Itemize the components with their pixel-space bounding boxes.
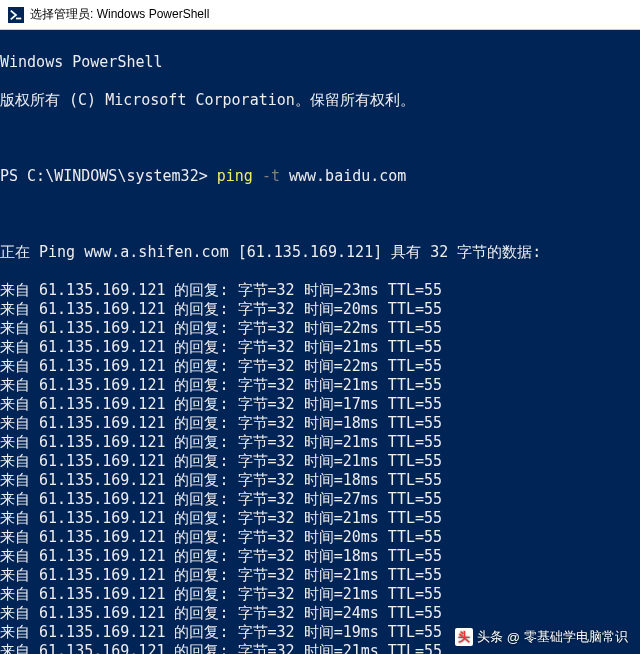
ping-reply-line: 来自 61.135.169.121 的回复: 字节=32 时间=18ms TTL… — [0, 414, 640, 433]
watermark-name: 零基础学电脑常识 — [524, 628, 628, 646]
ping-reply-line: 来自 61.135.169.121 的回复: 字节=32 时间=22ms TTL… — [0, 319, 640, 338]
prompt-line: PS C:\WINDOWS\system32> ping -t www.baid… — [0, 167, 640, 186]
watermark-at: @ — [507, 630, 520, 645]
command-name: ping — [217, 167, 262, 185]
ping-reply-line: 来自 61.135.169.121 的回复: 字节=32 时间=21ms TTL… — [0, 433, 640, 452]
command-target: www.baidu.com — [289, 167, 406, 185]
ping-replies: 来自 61.135.169.121 的回复: 字节=32 时间=23ms TTL… — [0, 281, 640, 654]
blank-line — [0, 205, 640, 224]
ping-reply-line: 来自 61.135.169.121 的回复: 字节=32 时间=21ms TTL… — [0, 509, 640, 528]
ping-reply-line: 来自 61.135.169.121 的回复: 字节=32 时间=18ms TTL… — [0, 471, 640, 490]
ping-reply-line: 来自 61.135.169.121 的回复: 字节=32 时间=20ms TTL… — [0, 528, 640, 547]
window-titlebar[interactable]: 选择管理员: Windows PowerShell — [0, 0, 640, 30]
ping-reply-line: 来自 61.135.169.121 的回复: 字节=32 时间=22ms TTL… — [0, 357, 640, 376]
blank-line — [0, 129, 640, 148]
ping-reply-line: 来自 61.135.169.121 的回复: 字节=32 时间=17ms TTL… — [0, 395, 640, 414]
watermark-prefix: 头条 — [477, 628, 503, 646]
ping-reply-line: 来自 61.135.169.121 的回复: 字节=32 时间=21ms TTL… — [0, 338, 640, 357]
terminal-output[interactable]: Windows PowerShell 版权所有 (C) Microsoft Co… — [0, 30, 640, 654]
powershell-icon — [8, 7, 24, 23]
ping-reply-line: 来自 61.135.169.121 的回复: 字节=32 时间=27ms TTL… — [0, 490, 640, 509]
ping-reply-line: 来自 61.135.169.121 的回复: 字节=32 时间=21ms TTL… — [0, 566, 640, 585]
watermark: 头 头条 @ 零基础学电脑常识 — [455, 628, 628, 646]
header-line: Windows PowerShell — [0, 53, 640, 72]
copyright-line: 版权所有 (C) Microsoft Corporation。保留所有权利。 — [0, 91, 640, 110]
ping-reply-line: 来自 61.135.169.121 的回复: 字节=32 时间=21ms TTL… — [0, 376, 640, 395]
ping-reply-line: 来自 61.135.169.121 的回复: 字节=32 时间=18ms TTL… — [0, 547, 640, 566]
ping-reply-line: 来自 61.135.169.121 的回复: 字节=32 时间=24ms TTL… — [0, 604, 640, 623]
watermark-icon: 头 — [455, 628, 473, 646]
command-flag: -t — [262, 167, 289, 185]
ping-reply-line: 来自 61.135.169.121 的回复: 字节=32 时间=20ms TTL… — [0, 300, 640, 319]
ping-reply-line: 来自 61.135.169.121 的回复: 字节=32 时间=21ms TTL… — [0, 452, 640, 471]
ping-reply-line: 来自 61.135.169.121 的回复: 字节=32 时间=21ms TTL… — [0, 585, 640, 604]
ping-header: 正在 Ping www.a.shifen.com [61.135.169.121… — [0, 243, 640, 262]
window-title: 选择管理员: Windows PowerShell — [30, 6, 209, 23]
ping-reply-line: 来自 61.135.169.121 的回复: 字节=32 时间=23ms TTL… — [0, 281, 640, 300]
